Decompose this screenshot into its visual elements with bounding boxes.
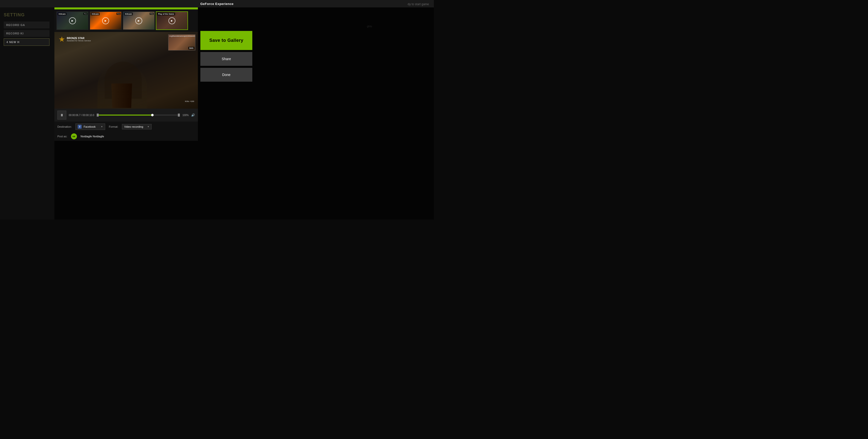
bronze-star-title: BRONZE STAR: [67, 37, 91, 39]
thumbnail-4[interactable]: Play of the Game ▶: [156, 11, 188, 30]
save-to-gallery-button[interactable]: Save to Gallery: [200, 31, 252, 50]
record-keyboard-button[interactable]: RECORD KI: [4, 30, 50, 37]
post-as-label: Post as:: [57, 135, 67, 138]
new-highlights-button[interactable]: 4 NEW H: [4, 38, 50, 46]
thumb-bg-3: Killcam T-1 ▶: [123, 12, 154, 29]
thumb-play-1[interactable]: ▶: [69, 17, 76, 24]
thumbnails-row: Killcam T-1 ▶ Killcam T-1 ▶ Killcam: [55, 9, 198, 32]
pause-button[interactable]: ⏸: [57, 111, 66, 119]
thumb-label-2: Killcam: [91, 12, 100, 16]
format-select[interactable]: Video recording ▼: [122, 124, 152, 129]
gun-decoration: [111, 84, 132, 108]
center-panel: Killcam T-1 ▶ Killcam T-1 ▶ Killcam: [55, 7, 198, 220]
thumbnail-1[interactable]: Killcam T-1 ▶: [56, 11, 89, 30]
top-bar: GeForce Experience: [0, 0, 434, 7]
minimap-player-label: nvgtlbandainamcoprereleased1: [169, 35, 195, 37]
progress-handle[interactable]: [151, 114, 154, 116]
volume-percentage: 100%: [182, 114, 189, 117]
post-as-user: Nvidiagfe Nvidiagfe: [81, 135, 104, 138]
destination-row: Destination: f Facebook ▼ Format: Video …: [55, 121, 198, 132]
trim-handle-left[interactable]: [97, 114, 99, 117]
done-button[interactable]: Done: [200, 68, 252, 82]
thumb-bg-2: Killcam T-1 ▶: [90, 12, 121, 29]
green-progress-bar: [55, 7, 198, 9]
volume-icon[interactable]: 🔊: [191, 113, 195, 117]
bronze-star-icon: [59, 36, 65, 42]
thumb-label-4: Play of the Game: [157, 12, 175, 16]
thumb-label-1: Killcam: [58, 12, 66, 16]
destination-value: Facebook: [84, 125, 95, 128]
controls-main-row: ⏸ 00:00:06.7 / 00:00:10.0 100% 🔊: [57, 111, 195, 119]
thumb-bg-1: Killcam T-1 ▶: [57, 12, 88, 29]
thumb-play-2[interactable]: ▶: [102, 17, 109, 24]
progress-bar[interactable]: [97, 115, 180, 116]
main-overlay: Killcam T-1 ▶ Killcam T-1 ▶ Killcam: [55, 7, 434, 220]
time-display: 00:00:06.7 / 00:00:10.0: [69, 114, 94, 117]
thumb-tag-1: T-1: [83, 12, 87, 15]
trim-handle-right[interactable]: [178, 114, 180, 117]
user-avatar: GE: [71, 134, 77, 139]
thumb-play-3[interactable]: ▶: [135, 17, 142, 24]
chevron-down-icon: ▼: [101, 125, 103, 128]
time-total: 00:00:10.0: [83, 114, 94, 117]
time-current: 00:00:06.7: [69, 114, 81, 117]
thumb-tag-2: T-1: [117, 12, 121, 15]
kill-counter: Kills +100: [185, 100, 194, 103]
post-as-row: Post as: GE Nvidiagfe Nvidiagfe: [55, 132, 198, 141]
bronze-star-subtitle: Awarded for Heroic Service: [67, 39, 91, 42]
left-sidebar: SETTING RECORD GA RECORD KI 4 NEW H: [0, 7, 55, 220]
format-chevron-icon: ▼: [147, 125, 149, 128]
video-player: BRONZE STAR Awarded for Heroic Service n…: [55, 32, 198, 109]
thumb-label-3: Killcam: [124, 12, 133, 16]
format-value: Video recording: [124, 125, 143, 128]
share-button[interactable]: Share: [200, 52, 252, 66]
format-label: Format:: [109, 125, 118, 128]
facebook-icon: f: [78, 125, 82, 129]
player-controls: ⏸ 00:00:06.7 / 00:00:10.0 100% 🔊: [55, 109, 198, 121]
thumbnail-2[interactable]: Killcam T-1 ▶: [90, 11, 122, 30]
bronze-star-info: BRONZE STAR Awarded for Heroic Service: [67, 37, 91, 42]
video-minimap: nvgtlbandainamcoprereleased1 SHG: [168, 34, 195, 51]
settings-label: SETTING: [0, 7, 55, 20]
right-buttons-panel: Save to Gallery Share Done: [198, 7, 255, 220]
record-game-button[interactable]: RECORD GA: [4, 22, 50, 28]
destination-select[interactable]: f Facebook ▼: [75, 123, 105, 130]
app-title: GeForce Experience: [200, 2, 234, 6]
background-app: GeForce Experience SETTING RECORD GA REC…: [0, 0, 434, 220]
video-overlay-text: BRONZE STAR Awarded for Heroic Service: [59, 36, 91, 42]
thumbnail-3[interactable]: Killcam T-1 ▶: [123, 11, 155, 30]
thumb-tag-3: T-1: [150, 12, 154, 15]
thumb-bg-4: Play of the Game ▶: [156, 12, 187, 29]
thumb-play-4[interactable]: ▶: [168, 17, 175, 24]
destination-label: Destination:: [57, 125, 72, 128]
shg-badge: SHG: [188, 47, 194, 50]
ready-text: dy to start game: [408, 2, 429, 6]
progress-fill: [97, 115, 152, 116]
